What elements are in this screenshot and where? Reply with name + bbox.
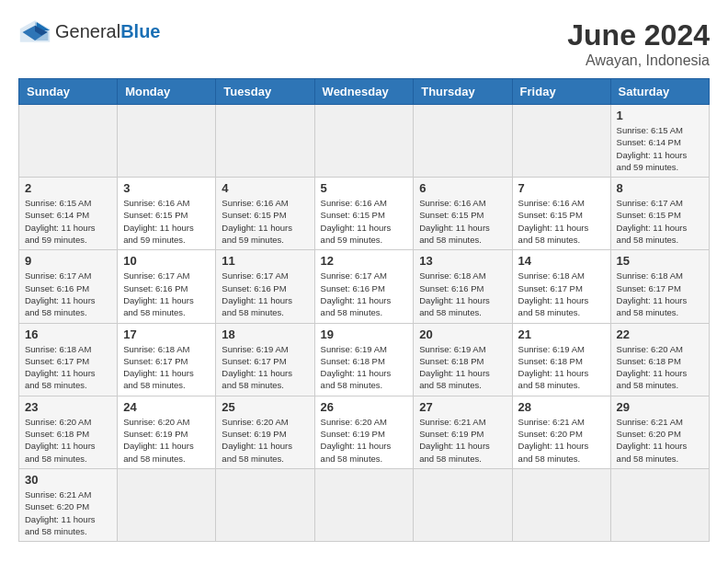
- header-thursday: Thursday: [414, 79, 512, 105]
- calendar-cell: [610, 468, 709, 541]
- header-monday: Monday: [118, 79, 216, 105]
- calendar-cell: 14Sunrise: 6:18 AM Sunset: 6:17 PM Dayli…: [512, 250, 610, 323]
- calendar-cell: 15Sunrise: 6:18 AM Sunset: 6:17 PM Dayli…: [610, 250, 709, 323]
- day-number: 17: [123, 327, 210, 341]
- day-info: Sunrise: 6:19 AM Sunset: 6:18 PM Dayligh…: [518, 343, 605, 392]
- day-info: Sunrise: 6:19 AM Sunset: 6:18 PM Dayligh…: [419, 343, 506, 392]
- day-number: 6: [419, 181, 506, 195]
- day-number: 4: [222, 181, 308, 195]
- day-number: 24: [123, 400, 210, 414]
- day-number: 20: [419, 327, 506, 341]
- day-info: Sunrise: 6:19 AM Sunset: 6:18 PM Dayligh…: [321, 343, 408, 392]
- day-info: Sunrise: 6:17 AM Sunset: 6:16 PM Dayligh…: [123, 270, 210, 318]
- day-info: Sunrise: 6:19 AM Sunset: 6:17 PM Dayligh…: [222, 343, 308, 392]
- header-saturday: Saturday: [610, 79, 709, 105]
- day-number: 5: [321, 181, 408, 195]
- day-number: 10: [123, 254, 210, 268]
- day-number: 25: [222, 400, 308, 414]
- calendar-cell: 8Sunrise: 6:17 AM Sunset: 6:15 PM Daylig…: [610, 178, 709, 250]
- day-info: Sunrise: 6:21 AM Sunset: 6:20 PM Dayligh…: [617, 416, 703, 465]
- day-number: 13: [419, 254, 506, 268]
- header-tuesday: Tuesday: [216, 79, 314, 105]
- day-number: 21: [518, 327, 605, 341]
- day-number: 30: [25, 473, 111, 487]
- day-number: 23: [25, 400, 111, 414]
- calendar-cell: 19Sunrise: 6:19 AM Sunset: 6:18 PM Dayli…: [314, 323, 414, 396]
- day-info: Sunrise: 6:18 AM Sunset: 6:17 PM Dayligh…: [25, 343, 111, 392]
- header-wednesday: Wednesday: [314, 79, 414, 105]
- day-info: Sunrise: 6:16 AM Sunset: 6:15 PM Dayligh…: [321, 197, 408, 246]
- calendar-header-row: Sunday Monday Tuesday Wednesday Thursday…: [19, 79, 710, 105]
- calendar-cell: 23Sunrise: 6:20 AM Sunset: 6:18 PM Dayli…: [19, 396, 118, 468]
- page-header: GeneralBlue June 2024 Awayan, Indonesia: [18, 18, 710, 69]
- calendar-cell: 16Sunrise: 6:18 AM Sunset: 6:17 PM Dayli…: [19, 323, 118, 396]
- logo-icon: [18, 18, 51, 44]
- day-info: Sunrise: 6:17 AM Sunset: 6:16 PM Dayligh…: [25, 270, 111, 318]
- logo: GeneralBlue: [18, 18, 161, 44]
- day-number: 11: [222, 254, 308, 268]
- day-number: 3: [123, 181, 210, 195]
- day-info: Sunrise: 6:20 AM Sunset: 6:19 PM Dayligh…: [123, 416, 210, 465]
- day-info: Sunrise: 6:16 AM Sunset: 6:15 PM Dayligh…: [518, 197, 605, 246]
- location: Awayan, Indonesia: [567, 52, 710, 69]
- calendar-week-1: 2Sunrise: 6:15 AM Sunset: 6:14 PM Daylig…: [19, 178, 710, 250]
- day-info: Sunrise: 6:21 AM Sunset: 6:20 PM Dayligh…: [518, 416, 605, 465]
- calendar-week-4: 23Sunrise: 6:20 AM Sunset: 6:18 PM Dayli…: [19, 396, 710, 468]
- month-year: June 2024: [567, 18, 710, 52]
- day-number: 18: [222, 327, 308, 341]
- day-info: Sunrise: 6:17 AM Sunset: 6:16 PM Dayligh…: [222, 270, 308, 318]
- calendar-cell: 17Sunrise: 6:18 AM Sunset: 6:17 PM Dayli…: [118, 323, 216, 396]
- day-info: Sunrise: 6:21 AM Sunset: 6:19 PM Dayligh…: [419, 416, 506, 465]
- day-info: Sunrise: 6:18 AM Sunset: 6:16 PM Dayligh…: [419, 270, 506, 318]
- day-info: Sunrise: 6:16 AM Sunset: 6:15 PM Dayligh…: [419, 197, 506, 246]
- title-block: June 2024 Awayan, Indonesia: [567, 18, 710, 69]
- day-number: 8: [617, 181, 703, 195]
- calendar-cell: 30Sunrise: 6:21 AM Sunset: 6:20 PM Dayli…: [19, 468, 118, 541]
- calendar-cell: 3Sunrise: 6:16 AM Sunset: 6:15 PM Daylig…: [118, 178, 216, 250]
- calendar-cell: 22Sunrise: 6:20 AM Sunset: 6:18 PM Dayli…: [610, 323, 709, 396]
- calendar-cell: [19, 105, 118, 178]
- day-info: Sunrise: 6:17 AM Sunset: 6:16 PM Dayligh…: [321, 270, 408, 318]
- calendar-cell: 12Sunrise: 6:17 AM Sunset: 6:16 PM Dayli…: [314, 250, 414, 323]
- calendar-cell: 4Sunrise: 6:16 AM Sunset: 6:15 PM Daylig…: [216, 178, 314, 250]
- calendar-cell: 10Sunrise: 6:17 AM Sunset: 6:16 PM Dayli…: [118, 250, 216, 323]
- day-number: 16: [25, 327, 111, 341]
- calendar-week-3: 16Sunrise: 6:18 AM Sunset: 6:17 PM Dayli…: [19, 323, 710, 396]
- header-friday: Friday: [512, 79, 610, 105]
- calendar-cell: 25Sunrise: 6:20 AM Sunset: 6:19 PM Dayli…: [216, 396, 314, 468]
- day-number: 14: [518, 254, 605, 268]
- calendar-cell: 27Sunrise: 6:21 AM Sunset: 6:19 PM Dayli…: [414, 396, 512, 468]
- calendar-cell: 21Sunrise: 6:19 AM Sunset: 6:18 PM Dayli…: [512, 323, 610, 396]
- calendar-table: Sunday Monday Tuesday Wednesday Thursday…: [18, 78, 710, 542]
- calendar-week-0: 1Sunrise: 6:15 AM Sunset: 6:14 PM Daylig…: [19, 105, 710, 178]
- calendar-cell: 1Sunrise: 6:15 AM Sunset: 6:14 PM Daylig…: [610, 105, 709, 178]
- calendar-cell: 9Sunrise: 6:17 AM Sunset: 6:16 PM Daylig…: [19, 250, 118, 323]
- calendar-cell: [314, 468, 414, 541]
- day-number: 19: [321, 327, 408, 341]
- day-info: Sunrise: 6:16 AM Sunset: 6:15 PM Dayligh…: [123, 197, 210, 246]
- calendar-cell: 5Sunrise: 6:16 AM Sunset: 6:15 PM Daylig…: [314, 178, 414, 250]
- day-info: Sunrise: 6:17 AM Sunset: 6:15 PM Dayligh…: [617, 197, 703, 246]
- day-number: 12: [321, 254, 408, 268]
- calendar-cell: [118, 468, 216, 541]
- calendar-cell: [314, 105, 414, 178]
- calendar-cell: 2Sunrise: 6:15 AM Sunset: 6:14 PM Daylig…: [19, 178, 118, 250]
- day-info: Sunrise: 6:15 AM Sunset: 6:14 PM Dayligh…: [25, 197, 111, 246]
- day-number: 26: [321, 400, 408, 414]
- calendar-week-5: 30Sunrise: 6:21 AM Sunset: 6:20 PM Dayli…: [19, 468, 710, 541]
- calendar-cell: 28Sunrise: 6:21 AM Sunset: 6:20 PM Dayli…: [512, 396, 610, 468]
- calendar-cell: 7Sunrise: 6:16 AM Sunset: 6:15 PM Daylig…: [512, 178, 610, 250]
- day-info: Sunrise: 6:20 AM Sunset: 6:19 PM Dayligh…: [222, 416, 308, 465]
- day-number: 29: [617, 400, 703, 414]
- day-info: Sunrise: 6:20 AM Sunset: 6:19 PM Dayligh…: [321, 416, 408, 465]
- calendar-cell: 26Sunrise: 6:20 AM Sunset: 6:19 PM Dayli…: [314, 396, 414, 468]
- calendar-cell: [216, 105, 314, 178]
- calendar-cell: 24Sunrise: 6:20 AM Sunset: 6:19 PM Dayli…: [118, 396, 216, 468]
- calendar-week-2: 9Sunrise: 6:17 AM Sunset: 6:16 PM Daylig…: [19, 250, 710, 323]
- day-info: Sunrise: 6:18 AM Sunset: 6:17 PM Dayligh…: [123, 343, 210, 392]
- calendar-cell: 13Sunrise: 6:18 AM Sunset: 6:16 PM Dayli…: [414, 250, 512, 323]
- calendar-cell: [414, 468, 512, 541]
- header-sunday: Sunday: [19, 79, 118, 105]
- calendar-cell: 20Sunrise: 6:19 AM Sunset: 6:18 PM Dayli…: [414, 323, 512, 396]
- day-info: Sunrise: 6:18 AM Sunset: 6:17 PM Dayligh…: [617, 270, 703, 318]
